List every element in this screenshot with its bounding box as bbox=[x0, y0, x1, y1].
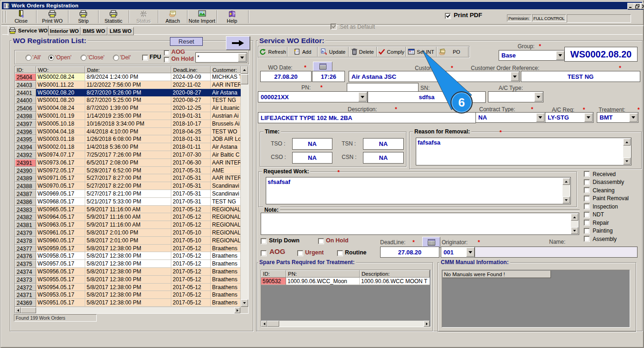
cell-wo[interactable]: WS0956.05.17 bbox=[36, 268, 85, 276]
cell-wo[interactable]: WS0004.08.24 bbox=[36, 104, 85, 112]
cell-id[interactable]: 24373 bbox=[15, 276, 36, 284]
dropdown-arrow[interactable] bbox=[584, 113, 593, 122]
add-button[interactable]: Add bbox=[288, 46, 317, 57]
dropdown-arrow[interactable] bbox=[466, 247, 475, 257]
cell-id[interactable]: 24378 bbox=[15, 237, 36, 245]
cell-date[interactable]: 1/4/2018 5:36:00 PM bbox=[85, 143, 171, 151]
ac-type-combobox[interactable] bbox=[488, 91, 544, 102]
scroll-right-button[interactable] bbox=[424, 321, 430, 327]
radio-close[interactable] bbox=[81, 55, 87, 61]
cell-deadline[interactable]: 2020-12-25 bbox=[171, 104, 211, 112]
cell-id[interactable]: 24392 bbox=[15, 151, 36, 159]
wo-date-field[interactable]: 27.08.20 bbox=[260, 71, 312, 82]
cell-customer[interactable]: Braathens bbox=[211, 291, 241, 299]
cell-deadline[interactable]: 2024-09-09 bbox=[171, 73, 211, 81]
cell-id[interactable]: 24391 bbox=[15, 159, 36, 167]
scroll-left-button[interactable] bbox=[15, 307, 21, 313]
scroll-up-button[interactable] bbox=[563, 178, 570, 185]
scroll-down-button[interactable] bbox=[571, 227, 578, 234]
cell-customer[interactable]: Braathens bbox=[211, 252, 241, 260]
delete-button[interactable]: Delete bbox=[349, 46, 376, 57]
group-combobox[interactable]: Base bbox=[499, 50, 565, 61]
tab-lms-wo[interactable]: LMS WO bbox=[107, 27, 134, 35]
help-button[interactable]: ? Help bbox=[218, 10, 246, 24]
cso-field[interactable]: NA bbox=[292, 152, 332, 164]
cell-wo[interactable]: WS0964.05.17 bbox=[36, 213, 85, 221]
strip-button[interactable]: Strip bbox=[69, 10, 98, 24]
cell-wo[interactable]: WS0959.05.17 bbox=[36, 245, 85, 253]
wo-table-row[interactable]: 24381 WS0963.05.17 5/9/2017 11:16:00 AM … bbox=[15, 221, 248, 229]
column-header-id[interactable]: ID: bbox=[15, 66, 36, 73]
spare-parts-row[interactable]: 590532 1000.90.06.WCC_Moon 1000.90.06.WC… bbox=[261, 278, 431, 285]
cell-date[interactable]: 5/8/2017 12:38:00 PM bbox=[85, 260, 171, 268]
sn-field[interactable]: sdfsa bbox=[368, 91, 486, 103]
cell-customer[interactable]: REGIONAL bbox=[211, 206, 241, 214]
dropdown-arrow[interactable] bbox=[629, 113, 638, 122]
wo-date-calendar-button[interactable] bbox=[313, 62, 332, 71]
cell-date[interactable]: 5/27/2017 8:21:00 PM bbox=[85, 190, 171, 198]
cell-id[interactable]: 24381 bbox=[15, 221, 36, 229]
cell-id[interactable]: 24376 bbox=[15, 252, 36, 260]
wo-table-row[interactable]: 24377 WS0959.05.17 5/8/2017 12:38:00 PM … bbox=[15, 245, 248, 253]
cell-deadline[interactable]: 2017-05-12 bbox=[171, 276, 211, 284]
po-button[interactable]: PO bbox=[437, 46, 468, 57]
cell-wo[interactable]: WS0955.05.17 bbox=[36, 276, 85, 284]
cell-deadline[interactable]: 2018-01-11 bbox=[171, 143, 211, 151]
cell-deadline[interactable]: 2018-04-25 bbox=[171, 128, 211, 136]
column-header-date[interactable]: Date: bbox=[85, 66, 171, 73]
requested-work-textarea[interactable]: sfsafsaf bbox=[266, 177, 571, 204]
column-header-wo[interactable]: WO: bbox=[36, 66, 85, 73]
process-checkbox[interactable] bbox=[584, 212, 590, 218]
cell-customer[interactable]: Air Lituanic bbox=[211, 104, 241, 112]
reason-textarea[interactable]: fafsafsa bbox=[416, 138, 631, 165]
cell-deadline[interactable]: 2017-06-30 bbox=[171, 159, 211, 167]
cell-date[interactable]: 8/27/2020 5:25:00 PM bbox=[85, 96, 171, 104]
fpu-checkbox[interactable] bbox=[142, 55, 148, 61]
cell-date[interactable]: 5/8/2017 12:38:00 PM bbox=[85, 268, 171, 276]
cell-date[interactable]: 5/8/2017 12:38:00 PM bbox=[85, 276, 171, 284]
cell-deadline[interactable]: 2019-01-31 bbox=[171, 112, 211, 120]
cell-customer[interactable]: Air Astana bbox=[211, 89, 241, 97]
cell-customer[interactable]: REGIONAL bbox=[211, 229, 241, 237]
cell-customer[interactable]: Braathens bbox=[211, 268, 241, 276]
cell-wo[interactable]: WS0972.05.17 bbox=[36, 167, 85, 175]
cell-customer[interactable]: AAR INTER bbox=[211, 81, 241, 89]
scroll-down-button[interactable] bbox=[563, 196, 570, 203]
cell-customer[interactable]: TEST WO bbox=[211, 128, 241, 136]
cell-wo[interactable]: WS0002.01.18 bbox=[36, 143, 85, 151]
wo-table-row[interactable]: 24397 WS0005.10.18 10/16/2018 3:34:00 PM… bbox=[15, 120, 248, 128]
dropdown-arrow[interactable] bbox=[358, 92, 367, 101]
cell-customer[interactable]: REGIONAL bbox=[211, 237, 241, 245]
note-import-button[interactable]: Note Import bbox=[188, 10, 216, 24]
cell-id[interactable]: 24371 bbox=[15, 291, 36, 299]
cell-date[interactable]: 5/8/2017 12:38:00 PM bbox=[85, 245, 171, 253]
comply-button[interactable]: Comply bbox=[377, 46, 406, 57]
cell-deadline[interactable]: 2017-05-12 bbox=[171, 206, 211, 214]
textarea-scrollbar[interactable] bbox=[623, 139, 631, 165]
cell-id[interactable]: 25404 bbox=[15, 73, 36, 81]
deadline-field[interactable]: 27.08.20 bbox=[380, 247, 439, 258]
column-header-id[interactable]: ID: bbox=[261, 270, 286, 278]
dropdown-arrow[interactable] bbox=[534, 92, 543, 101]
dropdown-arrow[interactable] bbox=[556, 51, 564, 60]
cell-deadline[interactable]: 2017-05-12 bbox=[171, 252, 211, 260]
cell-date[interactable]: 11/2/2022 7:56:00 PM bbox=[85, 81, 171, 89]
process-checkbox[interactable] bbox=[584, 203, 590, 209]
customer-order-reference-field[interactable]: TEST NG bbox=[521, 71, 640, 82]
cell-customer[interactable]: Brussels Ai bbox=[211, 120, 241, 128]
process-checkbox[interactable] bbox=[584, 220, 590, 226]
cell-customer[interactable]: AME bbox=[211, 167, 241, 175]
cell-date[interactable]: 8/7/2020 1:39:00 PM bbox=[85, 104, 171, 112]
textarea-scrollbar[interactable] bbox=[563, 178, 570, 203]
process-checkbox[interactable] bbox=[584, 179, 590, 185]
on-hold-checkbox[interactable] bbox=[164, 57, 169, 63]
wo-table-row[interactable]: 24371 WS0953.05.17 5/8/2017 12:38:00 PM … bbox=[15, 291, 248, 299]
update-button[interactable]: a Update bbox=[318, 46, 348, 57]
cell-wo[interactable]: WS0001.08.20 bbox=[36, 96, 85, 104]
set-int-button[interactable]: Set INT bbox=[406, 46, 436, 57]
strip-down-checkbox[interactable] bbox=[261, 238, 267, 244]
cell-wo[interactable]: WS0974.07.17 bbox=[36, 151, 85, 159]
wo-table-row[interactable]: 24386 WS0968.05.17 5/21/2017 5:33:00 PM … bbox=[15, 198, 248, 206]
cell-wo[interactable]: WS0957.05.17 bbox=[36, 260, 85, 268]
statistic-button[interactable]: Statistic bbox=[99, 10, 128, 24]
